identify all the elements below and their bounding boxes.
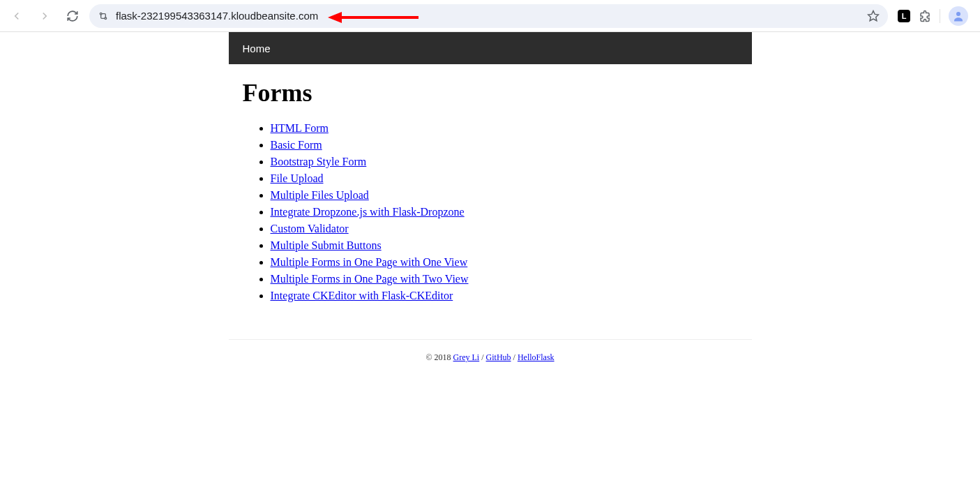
svg-point-3 — [956, 12, 960, 16]
copyright-text: © 2018 — [425, 352, 453, 362]
link-multi-forms-two-view[interactable]: Multiple Forms in One Page with Two View — [271, 273, 469, 285]
page-content: Home Forms HTML Form Basic Form Bootstra… — [229, 32, 752, 375]
list-item: Bootstrap Style Form — [271, 154, 738, 170]
page-footer: © 2018 Grey Li / GitHub / HelloFlask — [229, 339, 752, 375]
profile-avatar[interactable] — [949, 6, 968, 26]
link-multi-forms-one-view[interactable]: Multiple Forms in One Page with One View — [271, 256, 468, 268]
link-bootstrap-form[interactable]: Bootstrap Style Form — [271, 156, 367, 167]
svg-point-1 — [105, 17, 107, 20]
list-item: HTML Form — [271, 120, 738, 137]
list-item: Integrate Dropzone.js with Flask-Dropzon… — [271, 204, 738, 221]
bookmark-star-icon[interactable] — [867, 10, 880, 22]
back-button[interactable] — [6, 5, 28, 27]
forms-list: HTML Form Basic Form Bootstrap Style For… — [243, 120, 738, 304]
list-item: Basic Form — [271, 137, 738, 154]
site-navbar: Home — [229, 32, 752, 64]
site-info-icon[interactable] — [98, 10, 109, 22]
list-item: File Upload — [271, 170, 738, 187]
toolbar-right: L — [894, 6, 972, 26]
list-item: Multiple Files Upload — [271, 187, 738, 204]
link-file-upload[interactable]: File Upload — [271, 172, 324, 184]
link-custom-validator[interactable]: Custom Validator — [271, 223, 349, 234]
list-item: Multiple Forms in One Page with Two View — [271, 271, 738, 288]
list-item: Integrate CKEditor with Flask-CKEditor — [271, 288, 738, 304]
footer-author-link[interactable]: Grey Li — [453, 352, 480, 362]
nav-home-link[interactable]: Home — [243, 43, 271, 54]
forward-button[interactable] — [33, 5, 56, 27]
footer-helloflask-link[interactable]: HelloFlask — [518, 352, 555, 362]
reload-button[interactable] — [61, 5, 84, 27]
svg-point-0 — [100, 13, 102, 15]
link-dropzone[interactable]: Integrate Dropzone.js with Flask-Dropzon… — [271, 206, 465, 218]
footer-github-link[interactable]: GitHub — [486, 352, 511, 362]
link-basic-form[interactable]: Basic Form — [271, 139, 322, 151]
extensions-puzzle-icon[interactable] — [919, 10, 931, 22]
page-heading: Forms — [243, 78, 738, 107]
toolbar-divider — [940, 9, 940, 23]
link-multiple-files[interactable]: Multiple Files Upload — [271, 189, 369, 201]
svg-marker-2 — [868, 10, 879, 20]
browser-toolbar: flask-232199543363147.kloudbeansite.com … — [0, 0, 980, 32]
list-item: Custom Validator — [271, 221, 738, 237]
link-html-form[interactable]: HTML Form — [271, 122, 329, 134]
extension-icon[interactable]: L — [898, 10, 910, 22]
address-bar[interactable]: flask-232199543363147.kloudbeansite.com — [89, 4, 888, 28]
list-item: Multiple Submit Buttons — [271, 237, 738, 254]
link-ckeditor[interactable]: Integrate CKEditor with Flask-CKEditor — [271, 290, 453, 301]
link-multiple-submit[interactable]: Multiple Submit Buttons — [271, 239, 382, 251]
list-item: Multiple Forms in One Page with One View — [271, 254, 738, 271]
url-text: flask-232199543363147.kloudbeansite.com — [116, 10, 860, 22]
